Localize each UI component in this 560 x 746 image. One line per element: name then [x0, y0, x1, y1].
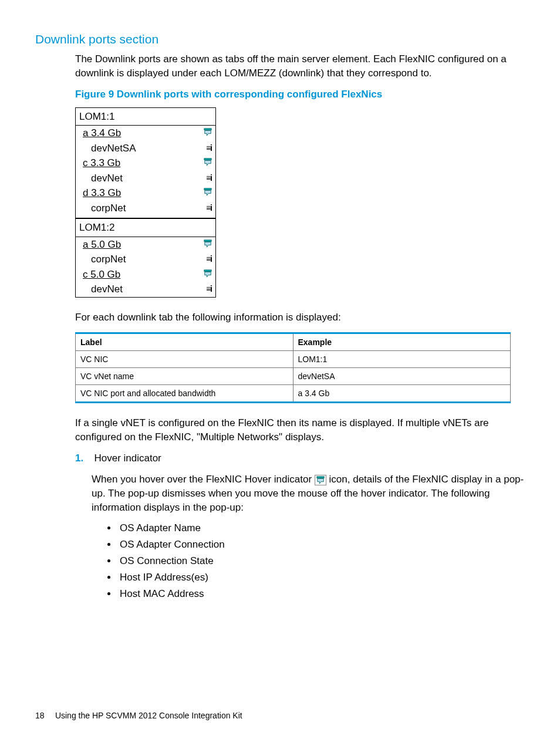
hover-icon[interactable]	[204, 126, 212, 141]
list-item: OS Adapter Name	[117, 522, 525, 534]
section-title: Downlink ports section	[35, 32, 525, 46]
port-link[interactable]: c 5.0 Gb	[79, 267, 120, 282]
port-row: devNet ≡i	[76, 282, 215, 297]
svg-rect-1	[204, 158, 211, 160]
port-row: a 5.0 Gb	[76, 237, 215, 252]
table-header: Label	[76, 333, 294, 351]
list-item-title: Hover indicator	[94, 453, 161, 464]
port-row: devNet ≡i	[76, 171, 215, 186]
port-row: d 3.3 Gb	[76, 185, 215, 201]
body-pre: When you hover over the FlexNIC Hover in…	[92, 474, 315, 485]
hover-icon[interactable]	[204, 267, 212, 282]
list-icon[interactable]: ≡i	[206, 202, 212, 214]
port-net-name: devNetSA	[79, 141, 136, 156]
list-icon[interactable]: ≡i	[206, 142, 212, 154]
popup-info-list: OS Adapter Name OS Adapter Connection OS…	[35, 522, 525, 600]
intro-paragraph: The Downlink ports are shown as tabs off…	[35, 52, 525, 80]
after-diagram-text: For each downlink tab the following info…	[35, 310, 525, 325]
footer-text: Using the HP SCVMM 2012 Console Integrat…	[55, 711, 242, 720]
hover-icon[interactable]	[204, 237, 212, 252]
svg-rect-3	[204, 239, 211, 241]
list-icon[interactable]: ≡i	[206, 283, 212, 295]
page-footer: 18 Using the HP SCVMM 2012 Console Integ…	[35, 711, 242, 720]
svg-rect-5	[317, 476, 324, 478]
port-link[interactable]: d 3.3 Gb	[79, 185, 121, 201]
port-net-name: corpNet	[79, 201, 126, 216]
table-header: Example	[293, 333, 511, 351]
table-cell: VC NIC	[76, 351, 294, 368]
port-net-name: devNet	[79, 282, 123, 297]
svg-rect-0	[204, 129, 211, 130]
svg-rect-4	[204, 269, 211, 271]
port-group-header: LOM1:2	[76, 218, 215, 237]
port-net-name: corpNet	[79, 252, 126, 267]
port-link[interactable]: c 3.3 Gb	[79, 156, 120, 171]
vnet-note: If a single vNET is configured on the Fl…	[35, 416, 525, 444]
table-cell: VC vNet name	[76, 368, 294, 385]
port-row: corpNet ≡i	[76, 252, 215, 267]
hover-icon	[315, 475, 326, 485]
hover-icon[interactable]	[204, 185, 212, 201]
port-row: devNetSA ≡i	[76, 141, 215, 156]
port-link[interactable]: a 3.4 Gb	[79, 126, 121, 141]
port-diagram: LOM1:1 a 3.4 Gb devNetSA ≡i c 3.3 Gb dev…	[75, 107, 216, 298]
list-icon[interactable]: ≡i	[206, 253, 212, 265]
table-cell: devNetSA	[293, 368, 511, 385]
figure-caption: Figure 9 Downlink ports with correspondi…	[35, 89, 525, 100]
table-row: VC NIC LOM1:1	[76, 351, 511, 368]
downlink-info-table: Label Example VC NIC LOM1:1 VC vNet name…	[75, 332, 511, 403]
table-row: VC vNet name devNetSA	[76, 368, 511, 385]
list-item: Host IP Address(es)	[117, 572, 525, 583]
list-number: 1.	[75, 453, 92, 464]
port-row: c 3.3 Gb	[76, 156, 215, 171]
list-item: OS Adapter Connection	[117, 539, 525, 551]
table-header-row: Label Example	[76, 333, 511, 351]
list-icon[interactable]: ≡i	[206, 172, 212, 184]
table-cell: VC NIC port and allocated bandwidth	[76, 385, 294, 403]
table-cell: LOM1:1	[293, 351, 511, 368]
table-row: VC NIC port and allocated bandwidth a 3.…	[76, 385, 511, 403]
port-net-name: devNet	[79, 171, 123, 186]
numbered-list: 1. Hover indicator	[35, 453, 525, 464]
port-row: c 5.0 Gb	[76, 267, 215, 282]
hover-indicator-body: When you hover over the FlexNIC Hover in…	[35, 472, 525, 514]
hover-icon[interactable]	[204, 156, 212, 171]
list-item: Host MAC Address	[117, 588, 525, 600]
list-item: OS Connection State	[117, 555, 525, 567]
table-cell: a 3.4 Gb	[293, 385, 511, 403]
port-row: corpNet ≡i	[76, 201, 215, 216]
port-link[interactable]: a 5.0 Gb	[79, 237, 121, 252]
port-row: a 3.4 Gb	[76, 126, 215, 141]
svg-rect-2	[204, 188, 211, 190]
page-number: 18	[35, 711, 53, 720]
port-group-header: LOM1:1	[76, 108, 215, 126]
